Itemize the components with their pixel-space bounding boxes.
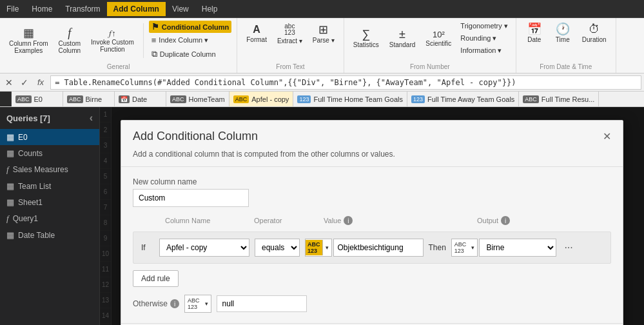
- modal-close-btn[interactable]: ✕: [603, 130, 611, 143]
- if-label: If: [141, 243, 154, 252]
- sidebar-label-query1: Query1: [13, 214, 38, 223]
- sidebar-icon-team: ▦: [6, 181, 14, 191]
- menu-add-column[interactable]: Add Column: [107, 2, 166, 16]
- otherwise-value-input[interactable]: [217, 295, 307, 312]
- formula-input[interactable]: [50, 75, 641, 90]
- col-label-full-time: Full Time Resu...: [542, 95, 595, 103]
- parse-btn[interactable]: ⊞ Parse ▾: [309, 21, 338, 46]
- duration-btn[interactable]: ⏱ Duration: [578, 21, 610, 46]
- output-value-select[interactable]: Birne: [479, 239, 556, 257]
- col-header-full-time[interactable]: ABC Full Time Resu...: [519, 92, 599, 106]
- add-conditional-column-modal: Add Conditional Column ✕ Add a condition…: [121, 120, 623, 325]
- rule-value-input[interactable]: [333, 239, 424, 257]
- statistics-btn[interactable]: ∑ Statistics: [349, 26, 383, 51]
- col-header-home-goals[interactable]: 123 Full Time Home Team Goals: [293, 92, 407, 106]
- new-column-name-input[interactable]: [133, 189, 249, 207]
- menu-home[interactable]: Home: [25, 2, 59, 16]
- col-header-date[interactable]: 📅 Date: [115, 92, 166, 106]
- column-from-examples-btn[interactable]: ▦ Column FromExamples: [5, 25, 52, 57]
- col-header-away-goals[interactable]: 123 Full Time Away Team Goals: [407, 92, 519, 106]
- sidebar-item-query1[interactable]: f Query1: [0, 210, 99, 227]
- more-options-btn[interactable]: ···: [561, 242, 575, 253]
- formula-cancel-btn[interactable]: ✕: [3, 77, 15, 88]
- from-number-buttons: ∑ Statistics ± Standard 10² Scientific T…: [349, 21, 511, 56]
- from-date-label: From Date & Time: [540, 61, 592, 70]
- col-name-label: Column Name: [165, 217, 249, 224]
- time-btn[interactable]: 🕐 Time: [550, 21, 576, 46]
- sidebar-item-date-table[interactable]: ▦ Date Table: [0, 227, 99, 243]
- invoke-custom-label: Invoke CustomFunction: [91, 39, 134, 53]
- modal-header: Add Conditional Column ✕: [121, 121, 623, 147]
- duplicate-icon: ⧉: [151, 49, 157, 59]
- format-icon: A: [253, 25, 260, 35]
- date-label: Date: [527, 36, 541, 43]
- date-icon: 📅: [527, 23, 542, 35]
- conditional-column-btn[interactable]: ⚑ Conditional Column: [149, 21, 231, 33]
- output-info-icon[interactable]: i: [501, 216, 510, 225]
- col-label-e0: E0: [34, 95, 43, 103]
- value-info-icon[interactable]: i: [344, 216, 353, 225]
- trigonometry-btn[interactable]: Trigonometry ▾: [458, 21, 510, 32]
- col-type-date: 📅: [119, 95, 130, 103]
- value-type-badge: ABC123: [306, 240, 323, 255]
- column-name-select[interactable]: Apfel - copy: [159, 239, 249, 257]
- date-btn[interactable]: 📅 Date: [522, 21, 547, 46]
- menu-bar: File Home Transform Add Column View Help: [0, 0, 644, 18]
- sidebar-label-e0: E0: [18, 133, 28, 142]
- otherwise-type-container: ABC123 ▾: [184, 295, 211, 313]
- col-header-apfel[interactable]: ABC Apfel - copy: [229, 92, 294, 106]
- invoke-custom-btn[interactable]: 𝑓↑ Invoke CustomFunction: [87, 26, 138, 55]
- format-btn[interactable]: A Format: [242, 22, 271, 46]
- ribbon-group-from-text: A Format abc123 Extract ▾ ⊞ Parse ▾ From…: [237, 18, 344, 73]
- add-rule-btn[interactable]: Add rule: [133, 270, 179, 287]
- menu-transform[interactable]: Transform: [59, 2, 106, 16]
- information-btn[interactable]: Information ▾: [458, 45, 510, 56]
- col-type-hometeam: ABC: [170, 95, 186, 103]
- from-text-buttons: A Format abc123 Extract ▾ ⊞ Parse ▾: [242, 21, 338, 47]
- sidebar: Queries [7] ‹ ▦ E0 ▦ Counts f Sales Meas…: [0, 107, 100, 325]
- formula-confirm-btn[interactable]: ✓: [18, 77, 31, 88]
- sidebar-item-team-list[interactable]: ▦ Team List: [0, 178, 99, 194]
- standard-btn[interactable]: ± Standard: [385, 26, 420, 51]
- statistics-label: Statistics: [353, 41, 379, 48]
- menu-help[interactable]: Help: [195, 2, 224, 16]
- sidebar-item-counts[interactable]: ▦ Counts: [0, 145, 99, 161]
- col-header-hometeam[interactable]: ABC HomeTeam: [166, 92, 229, 106]
- time-icon: 🕐: [556, 23, 570, 35]
- conditional-icon: ⚑: [151, 22, 159, 32]
- operator-select[interactable]: equals: [255, 239, 300, 257]
- ribbon-group-general: ▦ Column FromExamples f CustomColumn 𝑓↑ …: [0, 18, 237, 73]
- invoke-custom-icon: 𝑓↑: [109, 29, 116, 37]
- column-examples-icon: ▦: [23, 27, 34, 39]
- value-field-group: ABC123 ▾: [305, 239, 424, 257]
- sidebar-item-sheet1[interactable]: ▦ Sheet1: [0, 194, 99, 210]
- value-type-dropdown[interactable]: ▾: [323, 244, 331, 251]
- sidebar-icon-sales: f: [6, 164, 9, 175]
- custom-column-label: CustomColumn: [59, 40, 81, 54]
- output-type-dropdown[interactable]: ▾: [469, 244, 477, 251]
- row-num-spacer: [0, 92, 12, 106]
- menu-file[interactable]: File: [0, 2, 25, 16]
- otherwise-info-icon[interactable]: i: [170, 299, 179, 308]
- duplicate-column-btn[interactable]: ⧉ Duplicate Column: [149, 48, 231, 61]
- standard-icon: ±: [399, 28, 405, 40]
- sidebar-item-e0[interactable]: ▦ E0: [0, 129, 99, 145]
- sidebar-title: Queries [7]: [6, 113, 50, 123]
- otherwise-type-dropdown[interactable]: ▾: [202, 300, 211, 307]
- index-column-btn[interactable]: ≡ Index Column ▾: [149, 34, 231, 46]
- menu-view[interactable]: View: [166, 2, 195, 16]
- general-group-label: General: [107, 61, 130, 70]
- col-header-birne[interactable]: ABC Birne: [63, 92, 115, 106]
- sidebar-collapse-btn[interactable]: ‹: [90, 112, 93, 124]
- custom-column-btn[interactable]: f CustomColumn: [55, 25, 84, 57]
- col-type-apfel: ABC: [233, 95, 249, 103]
- col-header-e0[interactable]: ABC E0: [12, 92, 63, 106]
- extract-btn[interactable]: abc123 Extract ▾: [273, 21, 306, 47]
- parse-icon: ⊞: [318, 24, 328, 35]
- scientific-btn[interactable]: 10² Scientific: [422, 28, 455, 50]
- information-label: Information ▾: [460, 46, 502, 55]
- sidebar-item-sales-measures[interactable]: f Sales Measures: [0, 161, 99, 178]
- format-label: Format: [246, 36, 267, 43]
- rounding-btn[interactable]: Rounding ▾: [458, 33, 510, 44]
- sidebar-header: Queries [7] ‹: [0, 107, 99, 129]
